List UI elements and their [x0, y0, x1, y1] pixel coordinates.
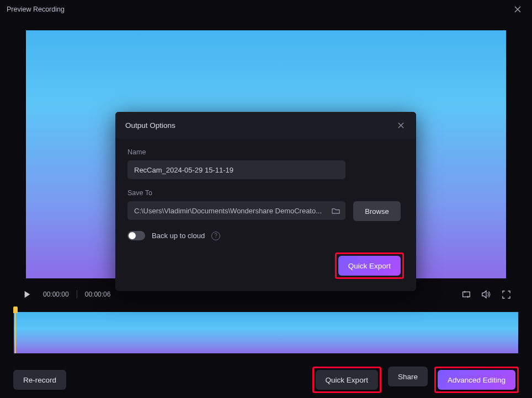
- titlebar: Preview Recording: [0, 0, 532, 19]
- saveto-label: Save To: [127, 189, 404, 197]
- svg-rect-0: [463, 292, 470, 297]
- advanced-editing-button[interactable]: Advanced Editing: [438, 370, 515, 390]
- fullscreen-button[interactable]: [501, 289, 511, 299]
- saveto-input[interactable]: C:\Users\Vladimir\Documents\Wondershare …: [127, 201, 345, 220]
- player-right-controls: [461, 289, 511, 299]
- toggle-knob: [129, 232, 136, 239]
- bottom-bar: Re-record Quick Export Share Advanced Ed…: [0, 362, 532, 398]
- duration-time: 00:00:06: [85, 291, 111, 298]
- timeline-track[interactable]: [14, 312, 518, 353]
- highlight-box: Quick Export: [312, 367, 381, 393]
- folder-icon: [332, 207, 340, 214]
- dialog-header: Output Options: [115, 112, 416, 138]
- fullscreen-icon: [502, 291, 510, 299]
- name-input[interactable]: [127, 160, 345, 179]
- quick-export-modal-button[interactable]: Quick Export: [338, 256, 401, 276]
- quick-export-bottom-button[interactable]: Quick Export: [316, 370, 378, 390]
- window-close-button[interactable]: [510, 2, 525, 17]
- crop-icon: [461, 289, 471, 299]
- saveto-path: C:\Users\Vladimir\Documents\Wondershare …: [134, 207, 328, 215]
- backup-label: Back up to cloud: [152, 232, 205, 240]
- time-separator: [77, 291, 77, 298]
- share-button[interactable]: Share: [388, 367, 428, 386]
- time-display: 00:00:00 00:00:06: [43, 291, 110, 298]
- browse-button[interactable]: Browse: [353, 201, 401, 221]
- highlight-box: Advanced Editing: [434, 367, 519, 393]
- help-icon[interactable]: ?: [211, 232, 220, 240]
- current-time: 00:00:00: [43, 291, 69, 298]
- output-options-dialog: Output Options Name Save To C:\Users\Vla…: [115, 112, 416, 291]
- name-label: Name: [127, 148, 404, 156]
- dialog-title: Output Options: [125, 121, 175, 130]
- dialog-body: Name Save To C:\Users\Vladimir\Documents…: [115, 138, 416, 291]
- dialog-close-button[interactable]: [395, 120, 406, 131]
- backup-toggle[interactable]: [127, 231, 145, 240]
- play-icon: [23, 291, 31, 298]
- play-button[interactable]: [21, 288, 33, 300]
- close-icon: [514, 6, 521, 13]
- window-title: Preview Recording: [7, 6, 65, 13]
- close-icon: [398, 122, 404, 128]
- playhead-line: [15, 312, 16, 353]
- crop-button[interactable]: [461, 289, 471, 299]
- volume-icon: [481, 289, 491, 299]
- rerecord-button[interactable]: Re-record: [13, 370, 66, 390]
- volume-button[interactable]: [481, 289, 491, 299]
- highlight-box: Quick Export: [335, 252, 404, 279]
